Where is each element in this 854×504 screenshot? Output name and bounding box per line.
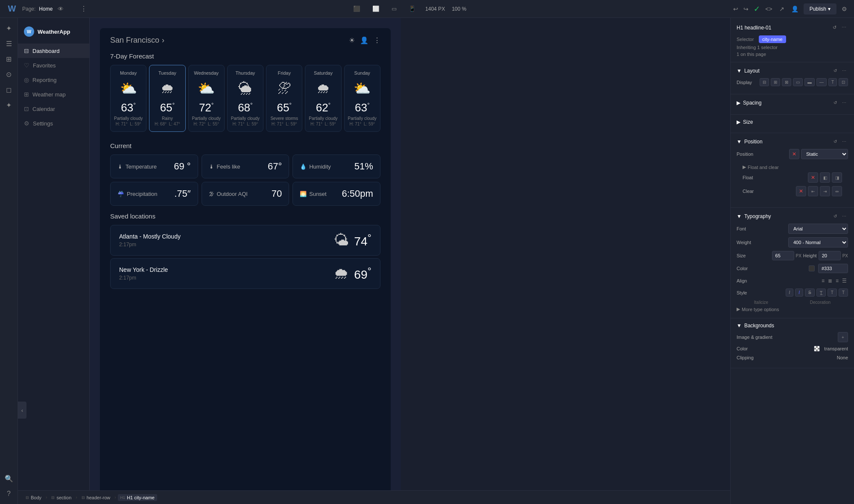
clear-left-btn[interactable]: ⇤ bbox=[808, 186, 818, 196]
layout-reset-btn[interactable]: ↺ bbox=[832, 67, 839, 75]
page-eye-icon[interactable]: 👁 bbox=[56, 4, 65, 14]
rp-spacing-header[interactable]: ▶ Spacing ↺ ⋯ bbox=[737, 99, 848, 107]
display-grid-btn[interactable]: ⊠ bbox=[782, 78, 791, 86]
clear-both-btn[interactable]: ⇔ bbox=[832, 186, 842, 196]
sidebar-item-dashboard[interactable]: ⊟ Dashboard bbox=[18, 44, 89, 58]
mobile-btn[interactable]: 📱 bbox=[406, 4, 418, 14]
navigator-btn[interactable]: ☰ bbox=[2, 37, 16, 50]
breadcrumb-body[interactable]: ⊟ Body bbox=[23, 494, 44, 501]
float-clear-btn[interactable]: ✕ bbox=[808, 172, 818, 183]
more-icon[interactable]: ⋮ bbox=[374, 36, 380, 44]
sidebar-item-favorites[interactable]: ♡ Favorites bbox=[18, 58, 89, 73]
style-t1-btn[interactable]: T̲ bbox=[816, 288, 826, 297]
rp-position-header[interactable]: ▼ Position ↺ ⋯ bbox=[737, 137, 848, 146]
style-bold-btn[interactable]: I bbox=[795, 288, 803, 297]
display-more1-btn[interactable]: T bbox=[828, 78, 837, 86]
align-justify-btn[interactable]: ☰ bbox=[841, 277, 848, 285]
position-reset-btn[interactable]: ↺ bbox=[832, 137, 839, 146]
position-clear-btn[interactable]: ✕ bbox=[789, 149, 799, 159]
forecast-card-friday[interactable]: Friday ⛈ 65° Severe storms H: 71° L: 59° bbox=[266, 65, 302, 132]
forecast-card-wednesday[interactable]: Wednesday ⛅ 72° Partially cloudy H: 72° … bbox=[188, 65, 225, 132]
sidebar-item-calendar[interactable]: ⊡ Calendar bbox=[18, 102, 89, 116]
forecast-card-monday[interactable]: Monday ⛅ 63° Partially cloudy H: 71° L: … bbox=[110, 65, 146, 132]
rp-bg-color-swatch[interactable] bbox=[814, 346, 820, 352]
sidebar-item-settings[interactable]: ⚙ Settings bbox=[18, 116, 89, 131]
display-inline-btn[interactable]: ▬ bbox=[804, 78, 815, 86]
clear-right-btn[interactable]: ⇥ bbox=[820, 186, 830, 196]
display-block-btn[interactable]: ⊟ bbox=[760, 78, 769, 86]
rp-color-swatch[interactable] bbox=[809, 265, 815, 271]
rp-add-image-btn[interactable]: + bbox=[838, 332, 848, 342]
align-right-btn[interactable]: ≡ bbox=[834, 277, 840, 285]
rp-font-size-input[interactable] bbox=[772, 251, 794, 260]
saved-card-new-york[interactable]: New York - Drizzle 2:17pm 🌧 69° bbox=[110, 258, 380, 289]
more-options-icon[interactable]: ⋮ bbox=[77, 5, 91, 13]
sun-icon[interactable]: ☀ bbox=[349, 36, 355, 44]
float-right-btn[interactable]: ◨ bbox=[832, 172, 842, 183]
display-more2-btn[interactable]: ⊡ bbox=[839, 78, 848, 86]
webflow-logo[interactable]: W bbox=[5, 2, 19, 16]
style-t2-btn[interactable]: T bbox=[828, 288, 837, 297]
search-btn[interactable]: 🔍 bbox=[2, 472, 16, 485]
user-icon[interactable]: 👤 bbox=[360, 36, 369, 44]
clear-clear-btn[interactable]: ✕ bbox=[796, 186, 806, 196]
sidebar-item-reporting[interactable]: ◎ Reporting bbox=[18, 73, 89, 87]
display-none-btn[interactable]: — bbox=[816, 78, 827, 86]
tablet-landscape-btn[interactable]: ⬜ bbox=[370, 4, 382, 14]
assets-btn[interactable]: ⊙ bbox=[2, 67, 16, 81]
rp-more-type-options[interactable]: ▶ More type options bbox=[737, 305, 848, 314]
position-select[interactable]: Static bbox=[801, 149, 848, 159]
rp-weight-select[interactable]: 400 - Normal bbox=[788, 237, 848, 248]
rp-layout-header[interactable]: ▼ Layout ↺ ⋯ bbox=[737, 67, 848, 75]
layout-more-btn[interactable]: ⋯ bbox=[840, 67, 848, 75]
rp-height-input[interactable] bbox=[819, 251, 841, 260]
style-t3-btn[interactable]: T bbox=[839, 288, 848, 297]
display-inline-block-btn[interactable]: ▭ bbox=[793, 78, 803, 86]
forecast-card-thursday[interactable]: Thursday 🌦 68° Partially cloudy H: 71° L… bbox=[227, 65, 263, 132]
rp-reset-btn[interactable]: ↺ bbox=[831, 23, 838, 32]
help-btn[interactable]: ? bbox=[2, 487, 16, 501]
tablet-portrait-btn[interactable]: ▭ bbox=[389, 4, 399, 14]
typo-reset-btn[interactable]: ↺ bbox=[832, 212, 839, 220]
position-more-btn[interactable]: ⋯ bbox=[840, 137, 848, 146]
city-dropdown-arrow[interactable]: › bbox=[162, 36, 164, 45]
add-element-btn[interactable]: ✦ bbox=[2, 21, 16, 35]
code-view-btn[interactable]: <> bbox=[763, 4, 774, 14]
breadcrumb-city-name[interactable]: H1 H1 city-name bbox=[118, 494, 157, 501]
typo-more-btn[interactable]: ⋯ bbox=[840, 212, 848, 220]
rp-selector-badge[interactable]: city-name bbox=[759, 35, 786, 43]
breadcrumb-header-row[interactable]: ⊟ header-row bbox=[79, 494, 113, 501]
forecast-card-sunday[interactable]: Sunday ⛅ 63° Partially cloudy H: 71° L: … bbox=[344, 65, 380, 132]
saved-card-atlanta[interactable]: Atlanta - Mostly Cloudy 2:17pm 🌤 74° bbox=[110, 225, 380, 256]
cms-btn[interactable]: ◻ bbox=[2, 83, 16, 96]
undo-btn[interactable]: ↩ bbox=[731, 4, 740, 14]
align-left-btn[interactable]: ≡ bbox=[820, 277, 826, 285]
interactions-btn[interactable]: ✦ bbox=[2, 98, 16, 112]
sidebar-collapse-btn[interactable]: ‹ bbox=[18, 402, 26, 419]
spacing-more-btn[interactable]: ⋯ bbox=[840, 99, 848, 107]
rp-font-select[interactable]: Arial bbox=[788, 224, 848, 234]
sidebar-item-weather-map[interactable]: ⊞ Weather map bbox=[18, 87, 89, 102]
display-flex-btn[interactable]: ⊞ bbox=[771, 78, 780, 86]
align-center-btn[interactable]: ≣ bbox=[827, 277, 834, 285]
rp-position-title: ▼ Position bbox=[737, 139, 763, 145]
settings-icon-btn[interactable]: ⚙ bbox=[840, 4, 849, 14]
desktop-view-btn[interactable]: ⬛ bbox=[351, 4, 363, 14]
publish-btn[interactable]: Publish ▾ bbox=[804, 3, 836, 15]
account-btn[interactable]: 👤 bbox=[790, 4, 800, 14]
style-italic-btn[interactable]: I bbox=[786, 288, 794, 297]
rp-color-input[interactable] bbox=[818, 264, 848, 273]
components-btn[interactable]: ⊞ bbox=[2, 52, 16, 66]
forecast-card-saturday[interactable]: Saturday 🌧 62° Partially cloudy H: 71° L… bbox=[305, 65, 341, 132]
float-left-btn[interactable]: ◧ bbox=[820, 172, 830, 183]
rp-typography-header[interactable]: ▼ Typography ↺ ⋯ bbox=[737, 212, 848, 220]
rp-more-btn[interactable]: ⋯ bbox=[840, 23, 848, 32]
export-btn[interactable]: ↗ bbox=[778, 4, 786, 14]
style-strikethrough-btn[interactable]: S bbox=[805, 288, 815, 297]
rp-size-header[interactable]: ▶ Size bbox=[737, 119, 848, 125]
breadcrumb-section[interactable]: ⊟ section bbox=[49, 494, 74, 501]
forecast-card-tuesday[interactable]: Tuesday 🌧 65° Rainy H: 68° L: 47° bbox=[149, 65, 185, 132]
redo-btn[interactable]: ↪ bbox=[742, 4, 750, 14]
rp-backgrounds-header[interactable]: ▼ Backgrounds bbox=[737, 323, 848, 329]
spacing-reset-btn[interactable]: ↺ bbox=[832, 99, 839, 107]
